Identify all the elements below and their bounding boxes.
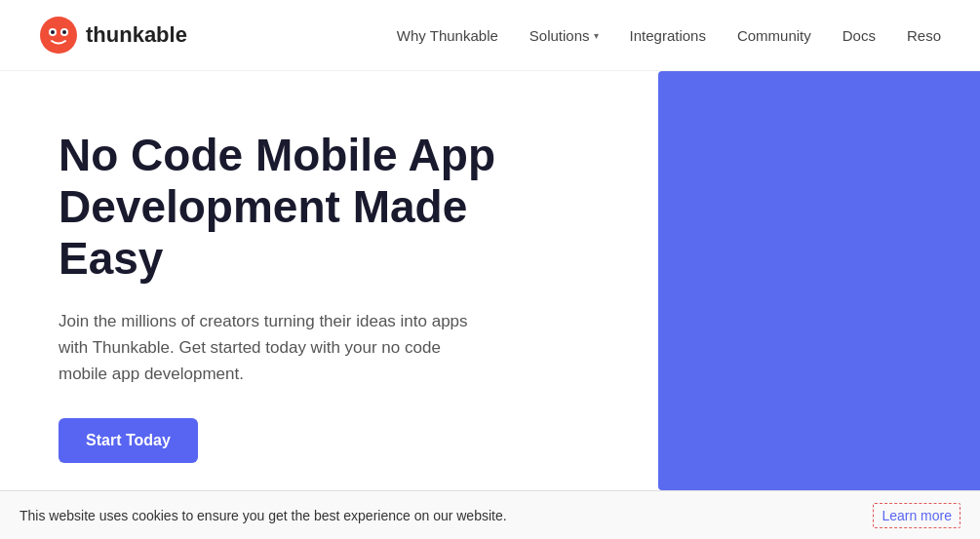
hero-visual bbox=[658, 71, 980, 490]
nav-solutions[interactable]: Solutions ▾ bbox=[529, 27, 599, 44]
hero-section: No Code Mobile App Development Made Easy… bbox=[0, 71, 585, 490]
svg-point-3 bbox=[51, 30, 55, 34]
chevron-down-icon: ▾ bbox=[594, 30, 599, 41]
svg-point-4 bbox=[62, 30, 66, 34]
site-header: thunkable Why Thunkable Solutions ▾ Inte… bbox=[0, 0, 980, 71]
nav-docs[interactable]: Docs bbox=[843, 27, 876, 44]
start-today-button[interactable]: Start Today bbox=[59, 418, 198, 463]
logo[interactable]: thunkable bbox=[39, 16, 187, 55]
logo-icon bbox=[39, 16, 78, 55]
hero-subtitle: Join the millions of creators turning th… bbox=[59, 308, 488, 388]
hero-title: No Code Mobile App Development Made Easy bbox=[59, 130, 527, 285]
main-nav: Why Thunkable Solutions ▾ Integrations C… bbox=[397, 27, 941, 44]
main-content: No Code Mobile App Development Made Easy… bbox=[0, 71, 980, 490]
nav-community[interactable]: Community bbox=[737, 27, 811, 44]
nav-integrations[interactable]: Integrations bbox=[630, 27, 706, 44]
svg-point-0 bbox=[40, 17, 77, 54]
cookie-banner: This website uses cookies to ensure you … bbox=[0, 490, 980, 539]
cookie-text: This website uses cookies to ensure you … bbox=[20, 508, 865, 523]
nav-reso[interactable]: Reso bbox=[907, 27, 941, 44]
logo-text: thunkable bbox=[86, 22, 187, 48]
learn-more-link[interactable]: Learn more bbox=[873, 503, 960, 528]
nav-why-thunkable[interactable]: Why Thunkable bbox=[397, 27, 498, 44]
